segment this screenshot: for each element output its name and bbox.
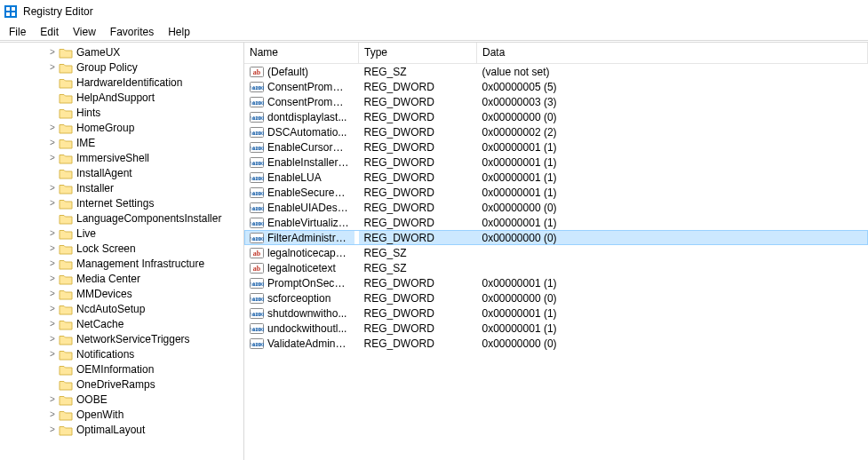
tree-item[interactable]: InstallAgent <box>0 165 243 180</box>
tree-item[interactable]: >NetworkServiceTriggers <box>0 331 243 346</box>
value-row[interactable]: shutdownwitho...REG_DWORD0x00000001 (1) <box>244 305 868 321</box>
value-data: 0x00000001 (1) <box>477 305 868 321</box>
value-row[interactable]: EnableVirtualiza...REG_DWORD0x00000001 (… <box>244 215 868 230</box>
expand-icon[interactable]: > <box>46 46 59 59</box>
dword-value-icon <box>250 125 264 139</box>
menu-help[interactable]: Help <box>161 25 197 39</box>
value-row[interactable]: DSCAutomatio...REG_DWORD0x00000002 (2) <box>244 124 868 139</box>
column-header[interactable]: Name <box>244 43 359 64</box>
expand-icon[interactable]: > <box>46 258 59 270</box>
value-row[interactable]: legalnoticetextREG_SZ <box>244 260 868 275</box>
tree-item-label: IME <box>76 137 96 149</box>
value-row[interactable]: scforceoptionREG_DWORD0x00000000 (0) <box>244 290 868 305</box>
tree-item[interactable]: >Internet Settings <box>0 195 243 210</box>
value-row[interactable]: legalnoticecapti...REG_SZ <box>244 245 868 260</box>
tree-item[interactable]: >Live <box>0 226 243 241</box>
expand-icon[interactable]: > <box>46 424 59 436</box>
value-type: REG_SZ <box>359 260 477 275</box>
expand-icon[interactable]: > <box>46 242 59 255</box>
column-header[interactable]: Data <box>477 43 868 64</box>
value-row[interactable]: PromptOnSecur...REG_DWORD0x00000001 (1) <box>244 275 868 290</box>
value-row[interactable]: ConsentPrompt...REG_DWORD0x00000003 (3) <box>244 94 868 109</box>
value-row[interactable]: undockwithoutl...REG_DWORD0x00000001 (1) <box>244 321 868 336</box>
value-row[interactable]: EnableSecureUI...REG_DWORD0x00000001 (1) <box>244 185 868 200</box>
tree-pane[interactable]: >GameUX>Group PolicyHardwareIdentificati… <box>0 42 244 460</box>
tree-item[interactable]: >NetCache <box>0 316 243 331</box>
value-type: REG_DWORD <box>359 170 477 185</box>
tree-item[interactable]: OneDriveRamps <box>0 377 243 392</box>
tree-item[interactable]: HelpAndSupport <box>0 90 243 105</box>
value-row[interactable]: EnableCursorSu...REG_DWORD0x00000001 (1) <box>244 139 868 155</box>
expand-icon[interactable]: > <box>46 318 59 330</box>
expand-icon[interactable]: > <box>46 152 59 164</box>
tree-item[interactable]: >IME <box>0 135 243 150</box>
expand-icon[interactable]: > <box>46 61 59 74</box>
value-type: REG_DWORD <box>359 321 477 336</box>
folder-icon <box>59 76 73 89</box>
value-data: 0x00000001 (1) <box>477 215 868 230</box>
folder-icon <box>59 152 73 164</box>
menu-view[interactable]: View <box>66 25 103 39</box>
expand-icon[interactable]: > <box>46 273 59 285</box>
tree-item-label: OneDriveRamps <box>76 378 156 391</box>
tree-item-label: Hints <box>76 107 101 119</box>
value-row[interactable]: ConsentPrompt...REG_DWORD0x00000005 (5) <box>244 79 868 94</box>
tree-item[interactable]: >HomeGroup <box>0 120 243 135</box>
tree-item[interactable]: >NcdAutoSetup <box>0 301 243 316</box>
tree-item[interactable]: >Media Center <box>0 271 243 286</box>
value-data: 0x00000000 (0) <box>477 230 868 245</box>
menu-edit[interactable]: Edit <box>33 25 66 39</box>
tree-item[interactable]: >ImmersiveShell <box>0 150 243 165</box>
folder-icon <box>59 212 73 225</box>
column-header[interactable]: Type <box>359 43 477 64</box>
tree-item-label: InstallAgent <box>76 167 133 179</box>
window-title: Registry Editor <box>23 5 93 18</box>
dword-value-icon <box>250 80 264 94</box>
expand-icon[interactable]: > <box>46 137 59 149</box>
tree-item[interactable]: >MMDevices <box>0 286 243 301</box>
tree-item-label: OOBE <box>76 393 108 406</box>
app-icon <box>4 4 18 19</box>
expand-icon[interactable]: > <box>46 182 59 194</box>
expand-icon[interactable]: > <box>46 122 59 134</box>
tree-item[interactable]: >OpenWith <box>0 407 243 422</box>
tree-item[interactable]: LanguageComponentsInstaller <box>0 210 243 226</box>
tree-item[interactable]: OEMInformation <box>0 361 243 377</box>
value-row[interactable]: dontdisplaylast...REG_DWORD0x00000000 (0… <box>244 109 868 124</box>
expand-icon[interactable]: > <box>46 288 59 300</box>
expand-icon[interactable]: > <box>46 197 59 210</box>
folder-icon <box>59 333 73 345</box>
value-table: NameTypeData (Default)REG_SZ(value not s… <box>244 43 868 351</box>
value-name: legalnoticetext <box>267 262 336 274</box>
value-row[interactable]: EnableLUAREG_DWORD0x00000001 (1) <box>244 170 868 185</box>
tree-item[interactable]: >Lock Screen <box>0 241 243 256</box>
dword-value-icon <box>250 110 264 124</box>
value-name: legalnoticecapti... <box>267 247 349 259</box>
expand-icon[interactable]: > <box>46 393 59 406</box>
value-row[interactable]: (Default)REG_SZ(value not set) <box>244 64 868 80</box>
tree-item[interactable]: >Management Infrastructure <box>0 256 243 271</box>
tree-item[interactable]: >Group Policy <box>0 59 243 75</box>
expand-icon[interactable]: > <box>46 303 59 315</box>
tree-item[interactable]: >Installer <box>0 180 243 195</box>
tree-item[interactable]: >OptimalLayout <box>0 422 243 437</box>
tree-item-label: NetworkServiceTriggers <box>76 333 191 345</box>
expand-icon[interactable]: > <box>46 333 59 345</box>
expand-icon[interactable]: > <box>46 408 59 421</box>
value-row[interactable]: ValidateAdminC...REG_DWORD0x00000000 (0) <box>244 336 868 351</box>
value-type: REG_DWORD <box>359 139 477 155</box>
menu-file[interactable]: File <box>2 25 33 39</box>
tree-item[interactable]: HardwareIdentification <box>0 75 243 90</box>
value-row[interactable]: FilterAdministra...REG_DWORD0x00000000 (… <box>244 230 868 245</box>
tree-item[interactable]: >Notifications <box>0 346 243 361</box>
value-row[interactable]: EnableInstallerD...REG_DWORD0x00000001 (… <box>244 155 868 170</box>
value-list-pane[interactable]: NameTypeData (Default)REG_SZ(value not s… <box>244 42 868 460</box>
tree-item[interactable]: >OOBE <box>0 392 243 407</box>
tree-item[interactable]: Hints <box>0 105 243 120</box>
expand-icon[interactable]: > <box>46 348 59 361</box>
value-row[interactable]: EnableUIADeskt...REG_DWORD0x00000000 (0) <box>244 200 868 215</box>
expand-icon[interactable]: > <box>46 227 59 240</box>
menu-favorites[interactable]: Favorites <box>103 25 161 39</box>
tree-item[interactable]: >GameUX <box>0 44 243 59</box>
value-type: REG_DWORD <box>359 124 477 139</box>
